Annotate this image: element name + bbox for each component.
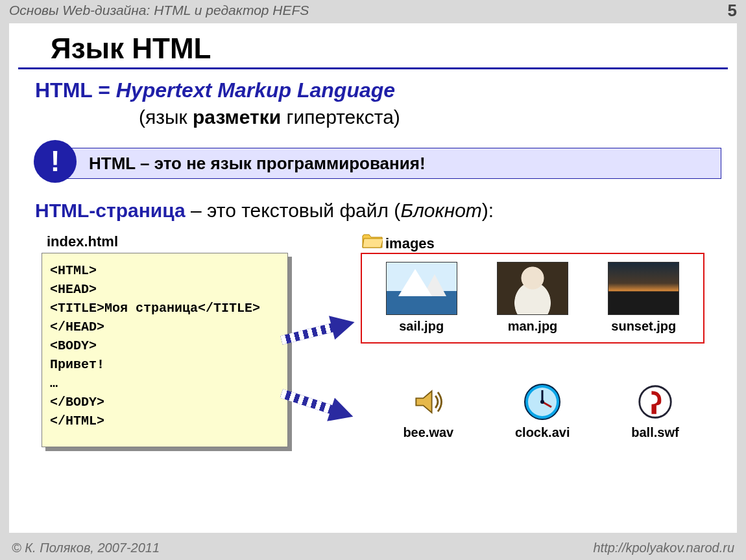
images-folder-box: sail.jpg man.jpg sunset.jpg [361, 253, 704, 344]
definition-expansion: Hypertext Markup Language [116, 78, 395, 102]
image-thumb: sunset.jpg [608, 262, 679, 334]
media-item: ball.swf [631, 382, 679, 440]
breadcrumb: Основы Web-дизайна: HTML и редактор HEFS [9, 3, 309, 18]
footer-url: http://kpolyakov.narod.ru [593, 541, 734, 555]
page-number: 5 [728, 1, 737, 21]
presentation-footer: © К. Поляков, 2007-2011 http://kpolyakov… [0, 535, 746, 560]
exclamation-icon: ! [34, 140, 77, 183]
definition-equals: = [92, 78, 115, 102]
callout: ! HTML – это не язык программирования! [18, 144, 728, 181]
image-filename: man.jpg [508, 319, 558, 334]
html-definition: HTML = Hypertext Markup Language [9, 78, 737, 102]
media-filename: bee.wav [403, 425, 453, 440]
image-thumb: sail.jpg [386, 262, 457, 334]
page-line-term: HTML-страница [35, 200, 186, 221]
code-box: <HTML> <HEAD> <TITLE>Моя страница</TITLE… [42, 253, 288, 447]
subtitle-bold: разметки [193, 106, 281, 128]
code-source: <HTML> <HEAD> <TITLE>Моя страница</TITLE… [50, 261, 280, 430]
thumbnail-man [497, 262, 568, 315]
media-filename: clock.avi [515, 425, 570, 440]
images-folder-label: images [385, 235, 435, 252]
subtitle-paren-open: (язык [139, 106, 193, 128]
svg-point-4 [540, 400, 544, 404]
media-filename: ball.swf [631, 425, 679, 440]
media-item: clock.avi [515, 382, 570, 440]
image-thumb: man.jpg [497, 262, 568, 334]
media-item: bee.wav [403, 382, 453, 440]
code-filename: index.html [47, 233, 118, 250]
presentation-header: Основы Web-дизайна: HTML и редактор HEFS… [0, 0, 746, 21]
image-filename: sail.jpg [399, 319, 444, 334]
page-line-rest-a: – это текстовый файл ( [186, 200, 401, 221]
slide-body: Язык HTML HTML = Hypertext Markup Langua… [9, 23, 737, 533]
subtitle-paren-close: гипертекста) [281, 106, 400, 128]
folder-icon [362, 232, 383, 249]
thumbnail-sail [386, 262, 457, 315]
page-line-rest-b: ): [482, 200, 494, 221]
definition-term: HTML [35, 78, 92, 102]
slide-title: Язык HTML [18, 23, 728, 69]
page-line-italic: Блокнот [400, 200, 481, 221]
image-filename: sunset.jpg [611, 319, 676, 334]
html-page-sentence: HTML-страница – это текстовый файл (Блок… [9, 196, 737, 228]
diagram-area: index.html <HTML> <HEAD> <TITLE>Моя стра… [42, 233, 723, 480]
media-row: bee.wav clock.avi [372, 382, 710, 440]
flash-icon [636, 382, 675, 421]
clock-icon [523, 382, 562, 421]
arrow-icon [279, 312, 359, 349]
thumbnail-sunset [608, 262, 679, 315]
definition-subtitle: (язык разметки гипертекста) [9, 102, 737, 137]
speaker-icon [409, 382, 448, 421]
callout-text: HTML – это не язык программирования! [57, 148, 721, 179]
footer-copyright: © К. Поляков, 2007-2011 [12, 541, 160, 555]
arrow-icon [278, 384, 358, 427]
